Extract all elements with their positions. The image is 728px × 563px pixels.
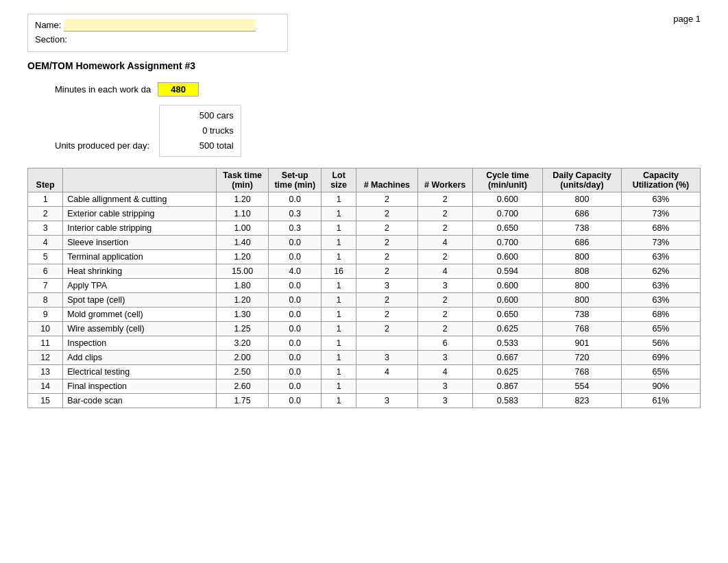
cell-cap_util: 65% xyxy=(621,321,700,336)
units-cars: 500 cars xyxy=(167,108,234,123)
minutes-row: Minutes in each work da 480 xyxy=(55,82,701,97)
cell-setup_time: 0.3 xyxy=(269,221,321,235)
cell-task_time: 15.00 xyxy=(216,264,269,278)
table-row: 7Apply TPA1.800.01330.60080063% xyxy=(28,278,701,292)
table-row: 5Terminal application1.200.01220.6008006… xyxy=(28,249,701,264)
table-row: 2Exterior cable stripping1.100.31220.700… xyxy=(28,206,701,221)
cell-step: 10 xyxy=(28,321,63,336)
minutes-label: Minutes in each work da xyxy=(55,84,151,95)
table-row: 3Interior cable stripping1.000.31220.650… xyxy=(28,221,701,235)
cell-cap_util: 63% xyxy=(621,292,700,307)
table-row: 13Electrical testing2.500.01440.62576865… xyxy=(28,364,701,379)
cell-setup_time: 0.0 xyxy=(269,235,321,249)
cell-setup_time: 0.0 xyxy=(269,307,321,321)
cell-task: Mold grommet (cell) xyxy=(63,307,217,321)
header-left-box: Name: Section: xyxy=(27,14,288,52)
page: Name: Section: page 1 OEM/TOM Homework A… xyxy=(0,0,728,563)
cell-task_time: 1.10 xyxy=(216,206,269,221)
name-line: Name: xyxy=(35,18,280,33)
cell-setup_time: 0.0 xyxy=(269,192,321,206)
cell-step: 14 xyxy=(28,379,63,393)
cell-setup_time: 0.0 xyxy=(269,379,321,393)
cell-cap_util: 56% xyxy=(621,336,700,350)
table-row: 8Spot tape (cell)1.200.01220.60080063% xyxy=(28,292,701,307)
cell-workers: 4 xyxy=(417,364,472,379)
cell-step: 12 xyxy=(28,350,63,364)
cell-step: 4 xyxy=(28,235,63,249)
cell-daily_capacity: 800 xyxy=(542,192,621,206)
cell-step: 9 xyxy=(28,307,63,321)
cell-cap_util: 61% xyxy=(621,393,700,408)
cell-lot_size: 1 xyxy=(321,307,356,321)
col-header-task xyxy=(63,168,217,192)
cell-machines: 2 xyxy=(356,235,417,249)
units-box: 500 cars 0 trucks 500 total xyxy=(159,105,241,157)
cell-cycle_time: 0.583 xyxy=(472,393,542,408)
page-title: OEM/TOM Homework Assignment #3 xyxy=(27,60,701,71)
cell-setup_time: 0.0 xyxy=(269,249,321,264)
cell-lot_size: 1 xyxy=(321,336,356,350)
cell-machines: 2 xyxy=(356,192,417,206)
units-label: Units produced per day: xyxy=(55,140,149,151)
cell-machines: 3 xyxy=(356,350,417,364)
cell-task_time: 1.75 xyxy=(216,393,269,408)
cell-machines: 3 xyxy=(356,278,417,292)
cell-daily_capacity: 738 xyxy=(542,307,621,321)
table-row: 15Bar-code scan1.750.01330.58382361% xyxy=(28,393,701,408)
col-header-workers: # Workers xyxy=(417,168,472,192)
cell-lot_size: 1 xyxy=(321,221,356,235)
cell-daily_capacity: 554 xyxy=(542,379,621,393)
header: Name: Section: page 1 xyxy=(27,14,701,52)
cell-setup_time: 0.0 xyxy=(269,321,321,336)
cell-machines xyxy=(356,379,417,393)
cell-lot_size: 1 xyxy=(321,379,356,393)
table-row: 12Add clips2.000.01330.66772069% xyxy=(28,350,701,364)
table-row: 11Inspection3.200.0160.53390156% xyxy=(28,336,701,350)
cell-cycle_time: 0.600 xyxy=(472,249,542,264)
cell-lot_size: 16 xyxy=(321,264,356,278)
table-row: 10Wire assembly (cell)1.250.01220.625768… xyxy=(28,321,701,336)
cell-workers: 3 xyxy=(417,350,472,364)
cell-cycle_time: 0.700 xyxy=(472,235,542,249)
cell-cycle_time: 0.867 xyxy=(472,379,542,393)
cell-task: Terminal application xyxy=(63,249,217,264)
cell-task: Interior cable stripping xyxy=(63,221,217,235)
units-section: Units produced per day: 500 cars 0 truck… xyxy=(55,105,701,157)
cell-cycle_time: 0.700 xyxy=(472,206,542,221)
table-row: 9Mold grommet (cell)1.300.01220.65073868… xyxy=(28,307,701,321)
cell-workers: 2 xyxy=(417,307,472,321)
cell-task: Inspection xyxy=(63,336,217,350)
cell-machines: 2 xyxy=(356,249,417,264)
cell-workers: 4 xyxy=(417,235,472,249)
cell-setup_time: 0.0 xyxy=(269,364,321,379)
cell-machines: 2 xyxy=(356,292,417,307)
cell-cycle_time: 0.600 xyxy=(472,292,542,307)
cell-cap_util: 90% xyxy=(621,379,700,393)
cell-task: Apply TPA xyxy=(63,278,217,292)
cell-daily_capacity: 800 xyxy=(542,292,621,307)
cell-step: 8 xyxy=(28,292,63,307)
section-line: Section: xyxy=(35,33,280,47)
cell-task_time: 2.60 xyxy=(216,379,269,393)
cell-task_time: 1.20 xyxy=(216,192,269,206)
cell-task_time: 1.00 xyxy=(216,221,269,235)
cell-daily_capacity: 720 xyxy=(542,350,621,364)
table-row: 4Sleeve insertion1.400.01240.70068673% xyxy=(28,235,701,249)
cell-lot_size: 1 xyxy=(321,321,356,336)
cell-lot_size: 1 xyxy=(321,235,356,249)
name-input[interactable] xyxy=(64,19,256,32)
cell-cycle_time: 0.533 xyxy=(472,336,542,350)
col-header-machines: # Machines xyxy=(356,168,417,192)
cell-cycle_time: 0.625 xyxy=(472,321,542,336)
cell-cap_util: 63% xyxy=(621,249,700,264)
cell-workers: 2 xyxy=(417,221,472,235)
col-header-setup-time: Set-up time (min) xyxy=(269,168,321,192)
section-label: Section: xyxy=(35,33,67,47)
cell-setup_time: 0.0 xyxy=(269,278,321,292)
cell-task: Add clips xyxy=(63,350,217,364)
units-total: 500 total xyxy=(167,138,234,153)
cell-workers: 3 xyxy=(417,393,472,408)
cell-cap_util: 63% xyxy=(621,278,700,292)
col-header-cycle-time: Cycle time (min/unit) xyxy=(472,168,542,192)
cell-setup_time: 0.0 xyxy=(269,393,321,408)
